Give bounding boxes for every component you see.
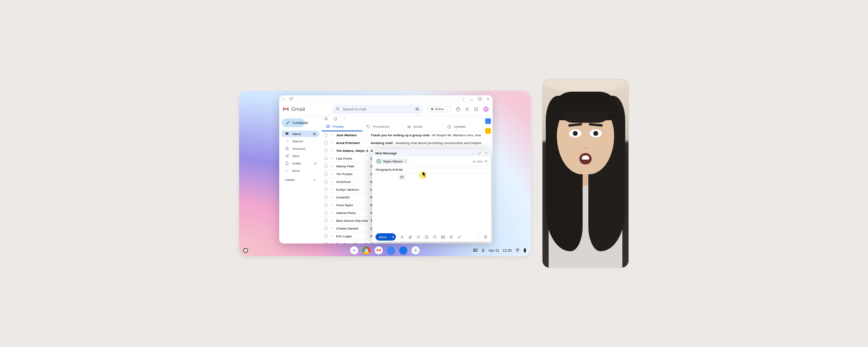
chip-remove-icon[interactable] xyxy=(404,160,407,163)
apps-grid-icon[interactable] xyxy=(474,107,479,112)
window-maximize-icon[interactable] xyxy=(478,97,482,101)
star-icon[interactable]: ☆ xyxy=(330,242,334,243)
star-icon[interactable]: ☆ xyxy=(330,234,334,238)
insert-signature-icon[interactable] xyxy=(457,235,461,239)
nav-label: More xyxy=(292,169,300,173)
star-icon[interactable]: ☆ xyxy=(330,156,334,160)
row-checkbox[interactable] xyxy=(324,180,328,183)
row-checkbox[interactable] xyxy=(324,149,328,152)
insert-emoji-icon[interactable] xyxy=(425,235,429,239)
nav-sent[interactable]: Sent xyxy=(282,153,319,159)
plus-icon[interactable] xyxy=(313,178,316,182)
settings-app-icon[interactable] xyxy=(411,246,420,255)
compose-more-icon[interactable] xyxy=(476,235,480,239)
row-checkbox[interactable] xyxy=(324,234,328,238)
tab-social[interactable]: Social xyxy=(403,122,443,131)
window-close-icon[interactable] xyxy=(486,97,490,101)
star-icon[interactable]: ☆ xyxy=(330,211,334,215)
row-checkbox[interactable] xyxy=(324,203,328,207)
nav-inbox[interactable]: Inbox 32 xyxy=(282,131,319,137)
bcc-toggle[interactable]: bcc xyxy=(478,160,483,163)
help-icon[interactable] xyxy=(456,107,461,112)
star-icon[interactable]: ☆ xyxy=(330,164,334,168)
lock-icon[interactable] xyxy=(484,160,488,163)
star-icon[interactable]: ☆ xyxy=(330,203,334,207)
star-icon[interactable]: ☆ xyxy=(330,149,334,153)
nav-starred[interactable]: ☆Starred xyxy=(282,138,319,144)
nav-snoozed[interactable]: Snoozed xyxy=(282,145,319,152)
confidential-mode-icon[interactable] xyxy=(449,235,453,239)
row-checkbox[interactable] xyxy=(324,164,328,168)
nav-drafts[interactable]: Drafts6 xyxy=(282,160,319,167)
launcher-icon[interactable] xyxy=(243,248,248,253)
star-icon[interactable]: ☆ xyxy=(330,133,334,137)
insert-drive-icon[interactable] xyxy=(433,235,437,239)
star-icon[interactable]: ☆ xyxy=(330,226,334,230)
calendar-addon-icon[interactable] xyxy=(485,118,491,124)
row-checkbox[interactable] xyxy=(324,188,328,191)
row-checkbox[interactable] xyxy=(324,141,328,144)
more-options-icon[interactable] xyxy=(461,97,466,101)
compose-header[interactable]: New Message xyxy=(372,149,491,157)
star-icon[interactable]: ☆ xyxy=(330,180,334,184)
tab-primary[interactable]: Primary xyxy=(322,122,362,131)
tab-promotions[interactable]: Promotions xyxy=(362,122,403,131)
svg-rect-21 xyxy=(325,118,327,120)
compose-body[interactable] xyxy=(372,174,491,232)
svg-point-15 xyxy=(476,109,477,110)
microphone-icon[interactable] xyxy=(481,248,485,253)
star-icon[interactable]: ☆ xyxy=(330,187,334,192)
row-checkbox[interactable] xyxy=(324,157,328,160)
recipient-chip[interactable]: T Taylor Nelson xyxy=(375,158,409,164)
assistant-app-icon[interactable] xyxy=(350,246,358,255)
status-area[interactable]: Apr 21 12:30 xyxy=(473,248,527,253)
nav-more[interactable]: More xyxy=(282,167,319,174)
chrome-app-icon[interactable] xyxy=(362,246,371,255)
row-checkbox[interactable] xyxy=(324,172,328,176)
cc-toggle[interactable]: cc xyxy=(473,160,476,163)
row-checkbox[interactable] xyxy=(324,219,328,222)
compose-button[interactable]: Compose xyxy=(282,118,305,127)
calendar-app-icon[interactable] xyxy=(387,246,395,255)
tab-updates[interactable]: Updates xyxy=(443,122,484,131)
account-avatar[interactable]: R xyxy=(483,106,489,113)
row-checkbox[interactable] xyxy=(324,227,328,230)
compose-recipients[interactable]: T Taylor Nelson cc bcc xyxy=(372,157,491,166)
star-icon[interactable]: ☆ xyxy=(330,219,334,223)
screencast-icon[interactable] xyxy=(473,248,478,253)
back-button[interactable] xyxy=(282,97,286,101)
send-options-icon[interactable]: ▾ xyxy=(390,235,396,239)
compose-minimize-icon[interactable] xyxy=(471,151,475,155)
compose-subject[interactable]: Geography Activity xyxy=(372,166,491,174)
reload-button[interactable] xyxy=(289,97,293,101)
attach-file-icon[interactable] xyxy=(408,235,412,239)
star-icon[interactable]: ☆ xyxy=(330,172,334,176)
discard-draft-icon[interactable] xyxy=(484,235,488,239)
format-text-icon[interactable] xyxy=(400,235,404,239)
status-active-chip[interactable]: Active xyxy=(427,106,452,112)
star-icon[interactable]: ☆ xyxy=(330,195,334,199)
mail-row[interactable]: ☆Anna PritchardAmazing chat! - Amazing c… xyxy=(322,139,484,147)
compose-fullscreen-icon[interactable] xyxy=(478,151,481,155)
search-tune-icon[interactable] xyxy=(415,107,419,111)
select-all-checkbox[interactable] xyxy=(324,117,328,121)
refresh-icon[interactable] xyxy=(333,117,337,121)
row-checkbox[interactable] xyxy=(324,242,328,243)
gmail-app-icon[interactable] xyxy=(375,246,383,255)
keep-addon-icon[interactable] xyxy=(485,128,491,134)
insert-link-icon[interactable] xyxy=(416,235,420,239)
mail-row[interactable]: ☆Jack MarblesThank you for setting up a … xyxy=(322,131,484,139)
row-checkbox[interactable] xyxy=(324,211,328,214)
gear-icon[interactable] xyxy=(465,107,470,112)
search-bar[interactable] xyxy=(332,105,423,114)
row-checkbox[interactable] xyxy=(324,133,328,137)
search-input[interactable] xyxy=(343,107,412,111)
star-icon[interactable]: ☆ xyxy=(330,141,334,145)
files-app-icon[interactable] xyxy=(399,246,407,255)
row-checkbox[interactable] xyxy=(324,196,328,199)
compose-close-icon[interactable] xyxy=(484,151,488,155)
more-icon[interactable] xyxy=(342,117,346,121)
insert-photo-icon[interactable] xyxy=(441,235,445,239)
window-minimize-icon[interactable] xyxy=(470,97,474,101)
send-button[interactable]: Send ▾ xyxy=(375,233,396,241)
